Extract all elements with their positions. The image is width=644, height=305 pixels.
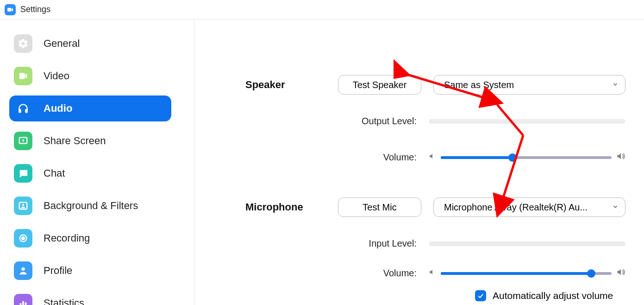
svg-point-4 — [22, 237, 25, 240]
speaker-volume-label: Volume: — [338, 152, 417, 163]
settings-sidebar: General Video Audio Share Screen Chat — [0, 19, 194, 305]
sidebar-item-label: Chat — [44, 167, 65, 179]
statistics-icon — [14, 294, 32, 305]
microphone-heading: Microphone — [245, 201, 338, 213]
sidebar-item-chat[interactable]: Chat — [9, 160, 171, 186]
auto-adjust-volume-checkbox[interactable] — [475, 290, 486, 301]
svg-rect-8 — [25, 302, 27, 305]
sidebar-item-label: Share Screen — [44, 135, 106, 147]
chevron-down-icon — [612, 81, 619, 89]
svg-point-2 — [22, 204, 24, 206]
speaker-high-icon — [616, 267, 625, 279]
mic-volume-label: Volume: — [338, 268, 417, 279]
sidebar-item-label: Background & Filters — [44, 200, 138, 212]
sidebar-item-label: Recording — [44, 232, 90, 244]
microphone-device-dropdown[interactable]: Microphone Array (Realtek(R) Au... — [433, 197, 625, 217]
sidebar-item-background-filters[interactable]: Background & Filters — [9, 193, 171, 219]
background-icon — [14, 197, 32, 215]
speaker-volume-slider[interactable] — [429, 152, 625, 163]
sidebar-item-label: Statistics — [44, 297, 84, 305]
microphone-device-value: Microphone Array (Realtek(R) Au... — [444, 202, 588, 213]
mic-volume-slider[interactable] — [429, 267, 625, 279]
input-level-meter — [429, 241, 625, 246]
auto-adjust-volume-label: Automatically adjust volume — [493, 290, 613, 301]
sidebar-item-audio[interactable]: Audio — [9, 95, 171, 121]
sidebar-item-share-screen[interactable]: Share Screen — [9, 128, 171, 154]
settings-content: Speaker Test Speaker Same as System Outp… — [194, 19, 644, 305]
sidebar-item-general[interactable]: General — [9, 31, 171, 57]
window-title: Settings — [20, 5, 50, 14]
speaker-heading: Speaker — [245, 79, 338, 91]
chat-icon — [14, 164, 32, 183]
record-icon — [14, 229, 32, 248]
svg-rect-6 — [20, 303, 22, 305]
svg-point-5 — [21, 267, 25, 271]
svg-rect-7 — [22, 301, 24, 305]
sidebar-item-label: Profile — [44, 265, 72, 277]
input-level-label: Input Level: — [338, 238, 417, 249]
headphones-icon — [14, 99, 32, 118]
sidebar-item-label: General — [44, 38, 80, 50]
speaker-low-icon — [429, 152, 436, 162]
speaker-device-value: Same as System — [444, 80, 514, 90]
speaker-high-icon — [616, 152, 625, 163]
output-level-label: Output Level: — [338, 116, 417, 127]
speaker-low-icon — [429, 268, 436, 278]
sidebar-item-recording[interactable]: Recording — [9, 225, 171, 251]
sidebar-item-label: Video — [44, 70, 69, 82]
sidebar-item-video[interactable]: Video — [9, 63, 171, 89]
chevron-down-icon — [612, 203, 619, 211]
window-header: Settings — [0, 0, 644, 19]
video-icon — [14, 67, 32, 85]
svg-line-10 — [502, 135, 523, 200]
sidebar-item-profile[interactable]: Profile — [9, 258, 171, 284]
output-level-meter — [429, 119, 625, 124]
share-screen-icon — [14, 132, 32, 150]
app-logo-icon — [5, 4, 16, 15]
test-mic-button[interactable]: Test Mic — [338, 197, 421, 217]
profile-icon — [14, 261, 32, 280]
speaker-device-dropdown[interactable]: Same as System — [433, 75, 625, 95]
sidebar-item-label: Audio — [44, 102, 72, 114]
sidebar-item-statistics[interactable]: Statistics — [9, 290, 171, 305]
gear-icon — [14, 34, 32, 53]
test-speaker-button[interactable]: Test Speaker — [338, 75, 421, 95]
